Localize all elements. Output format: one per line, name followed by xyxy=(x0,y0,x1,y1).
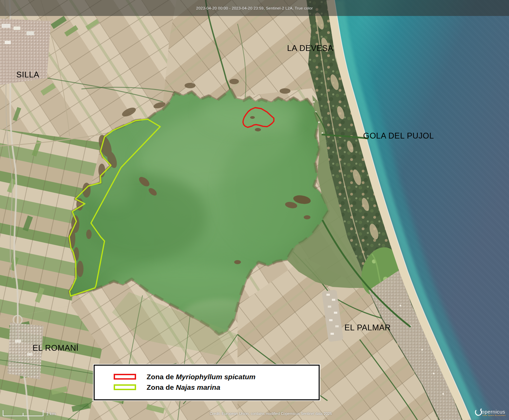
copernicus-logo: opernicus Data Space Ecosystem xyxy=(474,408,506,418)
label-el-romani: EL ROMANÍ xyxy=(33,343,79,353)
credit-text: Credit: European Union, contains modifie… xyxy=(210,412,332,416)
timestamp-bar: 2023-04-20 00:00 - 2023-04-20 23:59, Sen… xyxy=(0,0,509,16)
label-el-palmar: EL PALMAR xyxy=(344,323,391,332)
legend-item-najas: Zona de Najas marina xyxy=(147,383,220,391)
label-la-devesa: LA DEVESA xyxy=(287,43,334,53)
myriophyllum-swatch xyxy=(114,374,136,380)
scale-bar-tick-left xyxy=(3,410,3,416)
scale-bar-tick-mid xyxy=(23,413,23,416)
satellite-map-view: 2023-04-20 00:00 - 2023-04-20 23:59, Sen… xyxy=(0,0,509,420)
map-canvas[interactable] xyxy=(0,0,509,420)
legend-species: Myriophyllum spicatum xyxy=(176,373,256,381)
timestamp-text: 2023-04-20 00:00 - 2023-04-20 23:59, Sen… xyxy=(196,6,313,10)
legend-species: Najas marina xyxy=(176,383,220,391)
scale-bar-tick-right xyxy=(43,410,43,416)
legend: Zona de Myriophyllum spicatum Zona de Na… xyxy=(94,365,320,400)
label-silla: SILLA xyxy=(16,70,39,79)
scale-bar-label: 1 km xyxy=(46,411,56,416)
najas-swatch xyxy=(114,384,136,390)
legend-prefix: Zona de xyxy=(147,373,176,381)
legend-item-myriophyllum: Zona de Myriophyllum spicatum xyxy=(147,373,256,381)
label-gola-del-pujol: GOLA DEL PUJOL xyxy=(363,131,434,141)
legend-prefix: Zona de xyxy=(147,383,176,391)
copernicus-subtitle: Data Space Ecosystem xyxy=(483,414,506,416)
